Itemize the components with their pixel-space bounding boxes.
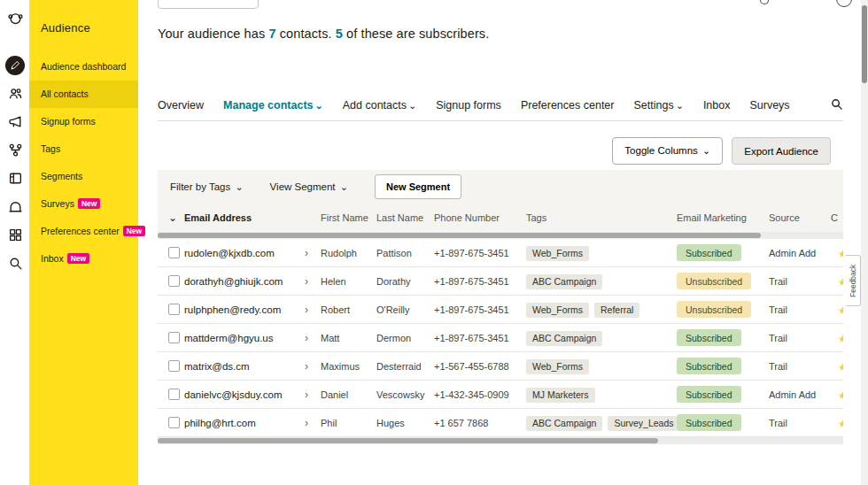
row-checkbox[interactable] — [168, 389, 180, 400]
automations-icon[interactable] — [6, 141, 24, 158]
tab-preferences-center[interactable]: Preferences center — [521, 99, 615, 112]
search-icon[interactable] — [830, 97, 843, 113]
last-name: Huges — [376, 418, 434, 428]
tag-chip[interactable]: Web_Forms — [526, 359, 589, 374]
tab-manage-contacts[interactable]: Manage contacts⌄ — [223, 99, 323, 112]
contact-email[interactable]: rudolen@kjxdb.com — [184, 248, 301, 258]
tag-chip[interactable]: ABC Campaign — [526, 274, 602, 289]
chevron-down-icon: ⌄ — [676, 100, 684, 111]
scrollbar-thumb[interactable] — [158, 233, 761, 238]
row-checkbox[interactable] — [168, 247, 180, 258]
audience-sidebar: Audience Audience dashboard All contacts… — [29, 0, 138, 485]
content-studio-icon[interactable] — [6, 197, 24, 215]
row-checkbox[interactable] — [168, 304, 180, 315]
contact-email[interactable]: dorathyh@ghiujk.com — [184, 276, 301, 287]
contact-email[interactable]: matrix@ds.cm — [184, 361, 301, 372]
mailchimp-logo-icon[interactable] — [6, 9, 24, 27]
tab-surveys[interactable]: Surveys — [749, 99, 789, 112]
table-row: rulphphen@redy.com › Robert O'Reilly +1-… — [158, 296, 843, 324]
column-header-tags[interactable]: Tags — [526, 212, 677, 223]
rating-star-icon: ★ — [831, 415, 843, 431]
table-toolbar: Filter by Tags ⌄ View Segment ⌄ New Segm… — [158, 170, 843, 204]
tag-chip[interactable]: ABC Campaign — [526, 416, 602, 431]
integrations-icon[interactable] — [6, 226, 24, 243]
phone-number: +1-432-345-0909 — [434, 389, 526, 400]
row-expand-chevron-icon[interactable]: › — [301, 332, 321, 344]
status-badge: Unsubscribed — [677, 301, 751, 318]
tag-chip[interactable]: Survey_Leads — [608, 416, 677, 431]
table-horizontal-scrollbar-top[interactable] — [158, 232, 843, 239]
tab-add-contacts[interactable]: Add contacts⌄ — [343, 99, 416, 112]
search-rail-icon[interactable] — [6, 254, 24, 272]
sidebar-item-tags[interactable]: Tags — [29, 135, 138, 163]
tag-chip[interactable]: Web_Forms — [526, 303, 589, 318]
phone-number: +1-897-675-3451 — [434, 333, 526, 343]
audience-icon[interactable] — [6, 84, 24, 102]
table-actions: Toggle Columns ⌄ Export Audience — [158, 137, 831, 165]
export-audience-button[interactable]: Export Audience — [732, 137, 831, 165]
notifications-icon[interactable] — [760, 0, 769, 4]
sidebar-item-surveys[interactable]: SurveysNew — [29, 190, 138, 218]
feedback-tab[interactable]: Feedback — [846, 255, 861, 306]
tags-cell: MJ Marketers — [526, 386, 677, 403]
row-checkbox[interactable] — [168, 275, 180, 287]
column-header-email-marketing[interactable]: Email Marketing — [677, 212, 769, 223]
tab-overview[interactable]: Overview — [158, 99, 204, 112]
contact-email[interactable]: philhg@hrt.com — [184, 418, 301, 428]
column-header-last-name[interactable]: Last Name — [376, 212, 434, 223]
toggle-columns-button[interactable]: Toggle Columns ⌄ — [612, 137, 723, 165]
table-horizontal-scrollbar-bottom[interactable] — [158, 437, 843, 444]
tab-signup-forms[interactable]: Signup forms — [436, 99, 501, 112]
table-row: mattderm@hgyu.us › Matt Dermon +1-897-67… — [158, 324, 843, 352]
page-vertical-scrollbar[interactable] — [861, 0, 868, 485]
sidebar-item-segments[interactable]: Segments — [29, 163, 138, 190]
tag-chip[interactable]: ABC Campaign — [526, 331, 602, 346]
tag-chip[interactable]: MJ Marketers — [526, 388, 595, 403]
tag-chip[interactable]: Web_Forms — [526, 246, 589, 261]
phone-number: +1 657 7868 — [434, 418, 526, 428]
new-badge: New — [78, 198, 100, 209]
row-expand-chevron-icon[interactable]: › — [301, 389, 321, 401]
tag-chip[interactable]: Referral — [594, 303, 639, 318]
chevron-down-icon: ⌄ — [315, 100, 323, 111]
row-expand-chevron-icon[interactable]: › — [301, 275, 321, 288]
row-expand-chevron-icon[interactable]: › — [301, 417, 321, 429]
contact-email[interactable]: danielvc@kjsduy.com — [184, 389, 301, 400]
row-checkbox[interactable] — [168, 332, 180, 343]
select-all-dropdown[interactable]: ⌄ — [158, 212, 184, 224]
sidebar-item-signup-forms[interactable]: Signup forms — [29, 108, 138, 135]
tab-inbox[interactable]: Inbox — [703, 99, 731, 112]
column-header-phone[interactable]: Phone Number — [434, 212, 526, 223]
status-badge: Subscribed — [677, 386, 741, 403]
row-expand-chevron-icon[interactable]: › — [301, 304, 321, 316]
sidebar-item-all-contacts[interactable]: All contacts — [29, 81, 138, 108]
campaigns-icon[interactable] — [6, 112, 24, 130]
first-name: Daniel — [321, 389, 376, 400]
scrollbar-thumb[interactable] — [862, 5, 867, 83]
last-name: Pattison — [376, 248, 434, 258]
column-header-source[interactable]: Source — [769, 212, 831, 223]
new-segment-button[interactable]: New Segment — [375, 174, 461, 199]
column-header-first-name[interactable]: First Name — [321, 212, 376, 223]
create-icon[interactable] — [5, 56, 25, 75]
row-expand-chevron-icon[interactable]: › — [301, 360, 321, 373]
contact-email[interactable]: mattderm@hgyu.us — [184, 333, 301, 343]
table-row: rudolen@kjxdb.com › Rudolph Pattison +1-… — [158, 239, 843, 267]
row-checkbox[interactable] — [168, 417, 180, 428]
phone-number: +1-897-675-3451 — [434, 248, 526, 258]
scrollbar-thumb[interactable] — [158, 438, 658, 443]
row-expand-chevron-icon[interactable]: › — [301, 247, 321, 259]
rating-star-icon: ★ — [831, 273, 843, 289]
column-header-email[interactable]: Email Address — [184, 212, 301, 223]
view-segment-dropdown[interactable]: View Segment ⌄ — [270, 181, 348, 193]
filter-by-tags-dropdown[interactable]: Filter by Tags ⌄ — [170, 181, 244, 193]
contact-email[interactable]: rulphphen@redy.com — [184, 304, 301, 315]
sidebar-item-preferences-center[interactable]: Preferences centerNew — [29, 218, 138, 245]
reports-icon[interactable] — [6, 169, 24, 187]
row-checkbox[interactable] — [168, 360, 180, 372]
sidebar-item-audience-dashboard[interactable]: Audience dashboard — [29, 53, 138, 81]
tab-settings[interactable]: Settings⌄ — [633, 99, 683, 112]
cutoff-dropdown-button[interactable] — [158, 0, 259, 9]
avatar[interactable] — [836, 0, 852, 7]
sidebar-item-inbox[interactable]: InboxNew — [29, 245, 138, 273]
